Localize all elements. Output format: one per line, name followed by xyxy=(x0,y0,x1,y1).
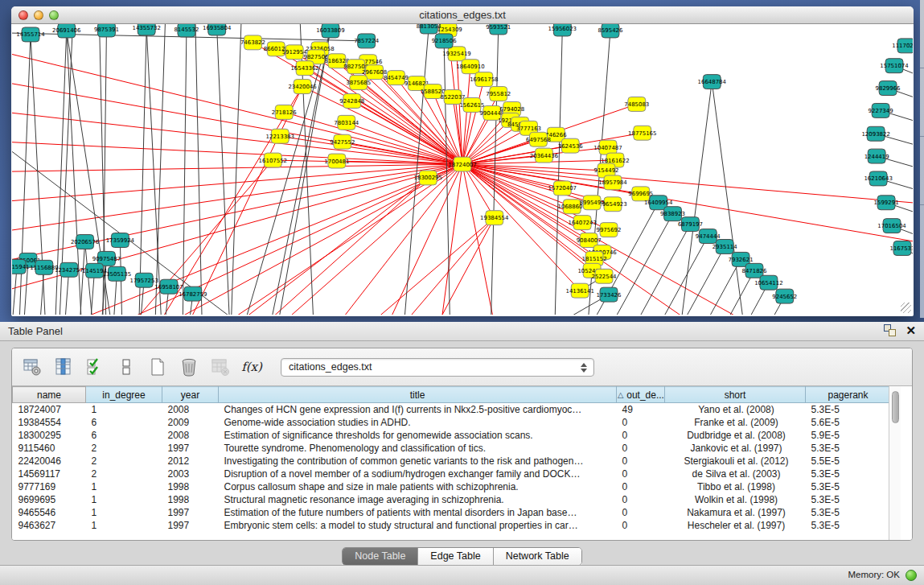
graph-node[interactable]: 17359924 xyxy=(106,233,135,248)
table-row[interactable]: 977716911998Corpus callosum shape and si… xyxy=(13,480,891,493)
table-scrollbar[interactable] xyxy=(889,386,901,541)
table-row[interactable]: 969969511998Structural magnetic resonanc… xyxy=(13,493,891,506)
graph-node[interactable]: 16210643 xyxy=(864,171,892,186)
network-graph[interactable]: 1872400718300295193845547463822866012859… xyxy=(12,24,913,315)
graph-node[interactable]: 19384554 xyxy=(480,211,509,225)
table-row[interactable]: 946362711997Embryonic stem cells: a mode… xyxy=(13,519,891,532)
graph-node[interactable]: 1599291 xyxy=(874,196,899,210)
graph-node[interactable]: 14355714 xyxy=(16,27,45,42)
graph-node[interactable]: 2522544 xyxy=(592,269,618,283)
graph-node[interactable]: 6497568 xyxy=(526,132,551,146)
graph-edge xyxy=(322,164,462,315)
table-row[interactable]: 946554611997Estimation of the future num… xyxy=(13,506,891,519)
graph-node-label: 6497568 xyxy=(526,137,551,143)
graph-node[interactable]: 9875391 xyxy=(94,24,119,37)
table-settings-icon[interactable] xyxy=(20,354,44,380)
graph-node[interactable]: 9227349 xyxy=(869,103,893,117)
graph-node[interactable]: 9593521 xyxy=(486,24,511,35)
row-height-icon[interactable] xyxy=(114,354,138,380)
graph-node[interactable]: 16033809 xyxy=(316,24,344,38)
column-header-pagerank[interactable]: pagerank xyxy=(806,387,891,403)
graph-node[interactable]: 9829966 xyxy=(876,81,901,96)
graph-edge xyxy=(217,28,231,315)
network-canvas[interactable]: 1872400718300295193845547463822866012859… xyxy=(12,24,913,315)
select-all-icon[interactable] xyxy=(83,354,107,380)
graph-node[interactable]: 14355732 xyxy=(132,24,160,35)
graph-node[interactable]: 9427552 xyxy=(330,134,355,149)
table-row[interactable]: 1830029562008Estimation of significance … xyxy=(13,429,891,442)
graph-node[interactable]: 7857224 xyxy=(354,34,380,48)
column-select-icon[interactable] xyxy=(51,354,76,380)
table-row[interactable]: 1872400712008Changes of HCN gene express… xyxy=(13,403,891,417)
graph-node[interactable]: 6879197 xyxy=(678,217,703,232)
table-cell: 2003 xyxy=(162,468,219,480)
graph-node[interactable]: 9245652 xyxy=(772,289,797,303)
table-cell: 1 xyxy=(86,480,162,493)
graph-node[interactable]: 18300295 xyxy=(414,171,442,185)
tab-edge-table[interactable]: Edge Table xyxy=(418,548,493,565)
table-row[interactable]: 1456911722003Disruption of a novel membe… xyxy=(13,468,891,480)
window-resize-grip[interactable] xyxy=(901,303,911,313)
graph-edge xyxy=(195,164,462,315)
graph-node-label: 9154492 xyxy=(594,167,619,174)
window-titlebar[interactable]: citations_edges.txt xyxy=(11,6,914,24)
delete-icon[interactable] xyxy=(177,354,201,380)
graph-node[interactable]: 3624536 xyxy=(558,138,583,153)
graph-node[interactable]: 16935804 xyxy=(203,24,232,35)
graph-node[interactable]: 9242848 xyxy=(339,94,364,109)
network-view-window[interactable]: citations_edges.txt 18724007183002951938… xyxy=(11,6,914,316)
float-panel-icon[interactable] xyxy=(884,324,896,336)
graph-node[interactable]: 7463822 xyxy=(240,35,265,50)
column-header-title[interactable]: title xyxy=(219,387,617,403)
graph-node[interactable]: 20364436 xyxy=(530,148,558,163)
table-row[interactable]: 2242004622012Investigating the contribut… xyxy=(13,455,891,468)
graph-node[interactable]: 1733426 xyxy=(597,287,622,302)
graph-node[interactable]: 8145532 xyxy=(174,24,199,37)
table-selector-dropdown[interactable]: citations_edges.txt xyxy=(281,358,594,377)
graph-node[interactable]: 7485083 xyxy=(624,97,649,111)
graph-node[interactable]: 16648784 xyxy=(698,75,727,89)
graph-node[interactable]: 16961758 xyxy=(470,72,498,87)
column-header-year[interactable]: year xyxy=(162,387,219,403)
function-builder-icon[interactable]: f(x) xyxy=(240,354,264,380)
graph-node[interactable]: 9975692 xyxy=(597,223,622,237)
graph-node[interactable]: 12093822 xyxy=(861,126,889,141)
graph-node[interactable]: 10407487 xyxy=(593,140,622,154)
tab-node-table[interactable]: Node Table xyxy=(343,548,418,565)
table-row[interactable]: 1938455462009Genome-wide association stu… xyxy=(13,416,891,429)
tab-network-table[interactable]: Network Table xyxy=(494,548,581,565)
column-header-in_degree[interactable]: in_degree xyxy=(86,387,162,403)
table-scrollbar-thumb[interactable] xyxy=(892,391,899,423)
graph-node[interactable]: 18775165 xyxy=(628,126,656,140)
close-panel-icon[interactable]: ✕ xyxy=(906,324,916,336)
table-row[interactable]: 911546021997Tourette syndrome. Phenomeno… xyxy=(13,442,891,455)
column-header-name[interactable]: name xyxy=(13,387,86,403)
table-cell: 1998 xyxy=(162,493,219,506)
graph-node[interactable]: 20691406 xyxy=(52,24,80,38)
graph-node[interactable]: 18640910 xyxy=(456,60,484,74)
graph-node[interactable]: 17016504 xyxy=(877,219,906,233)
graph-node[interactable]: 1700481 xyxy=(324,154,349,168)
table-cell: 0 xyxy=(617,455,665,468)
graph-node[interactable]: 12213383 xyxy=(266,129,294,143)
graph-node[interactable]: 15751074 xyxy=(880,59,909,73)
table-cell: 0 xyxy=(617,416,665,429)
graph-node[interactable]: 1244419 xyxy=(864,149,889,163)
column-header-out_de[interactable]: △out_de... xyxy=(617,387,665,403)
graph-node[interactable]: 3875685 xyxy=(346,76,371,90)
graph-node-label: 16782759 xyxy=(179,291,207,298)
graph-node[interactable]: 7955812 xyxy=(486,87,511,101)
graph-node[interactable]: 9218506 xyxy=(432,34,457,48)
graph-node[interactable]: 20206576 xyxy=(71,235,99,249)
graph-node[interactable]: 11170243 xyxy=(892,39,913,53)
graph-node[interactable]: 1167533 xyxy=(889,241,913,256)
graph-node[interactable]: 15956023 xyxy=(548,24,577,36)
table-cell: Wolkin et al. (1998) xyxy=(665,493,806,506)
graph-node[interactable]: 19325419 xyxy=(442,47,470,61)
graph-node[interactable]: 8995490 xyxy=(580,196,605,210)
new-file-icon[interactable] xyxy=(146,354,170,380)
graph-node[interactable]: 8595426 xyxy=(598,24,622,38)
graph-node[interactable]: 2718126 xyxy=(272,105,297,119)
graph-node[interactable]: 7803144 xyxy=(334,115,359,130)
column-header-short[interactable]: short xyxy=(665,387,806,403)
